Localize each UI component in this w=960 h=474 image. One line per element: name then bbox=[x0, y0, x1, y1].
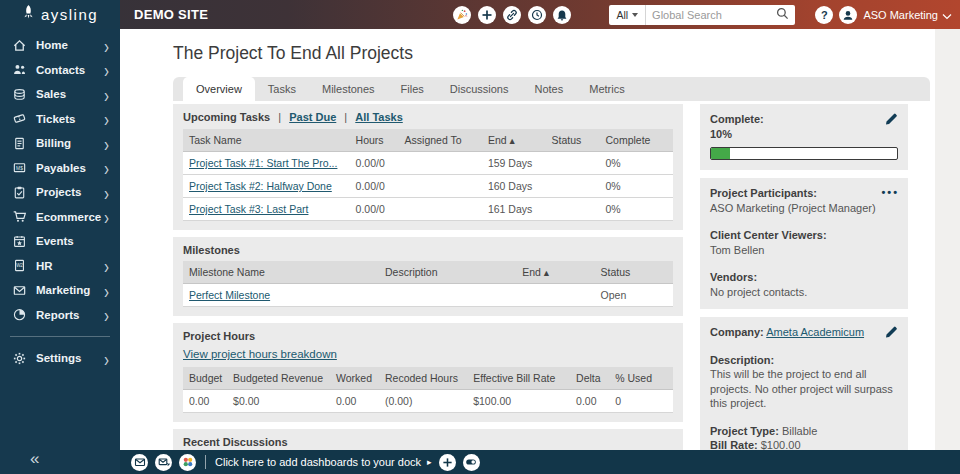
sidebar-item-label: Tickets bbox=[36, 113, 104, 125]
col-end[interactable]: End ▴ bbox=[482, 129, 546, 152]
client-viewers-label: Client Center Viewers: bbox=[710, 228, 898, 243]
col-status[interactable]: Status bbox=[595, 261, 673, 284]
task-link[interactable]: Project Task #1: Start The Pro... bbox=[189, 157, 337, 169]
arrow-right-icon: ▸ bbox=[427, 457, 432, 467]
sidebar-collapse-button[interactable]: « bbox=[30, 449, 39, 469]
sidebar-item-ecommerce[interactable]: Ecommerce › bbox=[0, 205, 120, 230]
hours-used: 0 bbox=[609, 390, 673, 413]
past-due-link[interactable]: Past Due bbox=[289, 111, 336, 123]
tab-milestones[interactable]: Milestones bbox=[309, 77, 388, 101]
task-assigned bbox=[399, 152, 482, 175]
question-mark-icon: ? bbox=[821, 9, 828, 21]
chevron-right-icon: › bbox=[104, 109, 109, 129]
col-status[interactable]: Status bbox=[546, 129, 600, 152]
sidebar-item-label: Events bbox=[36, 235, 109, 247]
search-icon[interactable] bbox=[776, 6, 789, 24]
sidebar-item-projects[interactable]: Projects › bbox=[0, 180, 120, 205]
tab-metrics[interactable]: Metrics bbox=[576, 77, 637, 101]
user-avatar[interactable] bbox=[839, 6, 857, 24]
all-tasks-link[interactable]: All Tasks bbox=[355, 111, 403, 123]
col-delta[interactable]: Delta bbox=[570, 367, 609, 390]
sidebar-item-home[interactable]: Home › bbox=[0, 33, 120, 58]
complete-label: Complete: bbox=[710, 112, 898, 127]
col-hours[interactable]: Hours bbox=[350, 129, 399, 152]
gear-icon bbox=[11, 351, 27, 366]
sidebar-item-settings[interactable]: Settings › bbox=[0, 346, 120, 371]
table-row: Project Task #2: Halfway Done 0.00/0 160… bbox=[183, 175, 673, 198]
sidebar-item-events[interactable]: Events bbox=[0, 229, 120, 254]
hours-breakdown-link[interactable]: View project hours breakdown bbox=[183, 348, 337, 360]
user-menu-label[interactable]: ASO Marketing bbox=[863, 9, 938, 21]
invoice-icon bbox=[11, 136, 27, 151]
dock-hint-text[interactable]: Click here to add dashboards to your doc… bbox=[215, 456, 421, 468]
recent-history-button[interactable] bbox=[528, 6, 546, 24]
dock-campaign-button[interactable] bbox=[155, 454, 172, 471]
pencil-icon bbox=[885, 115, 899, 127]
add-dashboard-button[interactable] bbox=[439, 454, 456, 471]
sidebar-item-marketing[interactable]: Marketing › bbox=[0, 278, 120, 303]
dock-toggle-button[interactable] bbox=[463, 454, 480, 471]
task-status bbox=[546, 175, 600, 198]
tab-discussions[interactable]: Discussions bbox=[437, 77, 522, 101]
notifications-button[interactable] bbox=[553, 6, 571, 24]
edit-completion-button[interactable] bbox=[885, 111, 899, 129]
svg-text:M$: M$ bbox=[16, 166, 23, 171]
col-end[interactable]: End ▴ bbox=[516, 261, 594, 284]
sidebar-item-payables[interactable]: M$ Payables › bbox=[0, 156, 120, 181]
company-link[interactable]: Ameta Academicum bbox=[766, 326, 864, 338]
col-recoded-hours[interactable]: Recoded Hours bbox=[379, 367, 467, 390]
task-end: 161 Days bbox=[482, 198, 546, 221]
task-link[interactable]: Project Task #2: Halfway Done bbox=[189, 180, 332, 192]
whats-new-button[interactable] bbox=[453, 6, 471, 24]
tab-tasks[interactable]: Tasks bbox=[255, 77, 309, 101]
svg-text:W2: W2 bbox=[16, 263, 23, 268]
edit-details-button[interactable] bbox=[885, 324, 899, 342]
task-link[interactable]: Project Task #3: Last Part bbox=[189, 203, 308, 215]
col-effective-bill-rate[interactable]: Effective Bill Rate bbox=[467, 367, 570, 390]
sidebar-item-sales[interactable]: Sales › bbox=[0, 82, 120, 107]
main-content: The Project To End All Projects Overview… bbox=[120, 29, 960, 450]
col-budget[interactable]: Budget bbox=[183, 367, 227, 390]
col-budgeted-revenue[interactable]: Budgeted Revenue bbox=[227, 367, 330, 390]
col-complete[interactable]: Complete bbox=[599, 129, 673, 152]
app-logo[interactable]: aysling bbox=[0, 0, 120, 29]
search-scope-select[interactable]: All bbox=[609, 5, 646, 25]
envelope-icon bbox=[11, 283, 27, 298]
sidebar-item-tickets[interactable]: Tickets › bbox=[0, 107, 120, 132]
sidebar-item-label: Reports bbox=[36, 309, 104, 321]
chevron-right-icon: › bbox=[104, 256, 109, 276]
sidebar-item-billing[interactable]: Billing › bbox=[0, 131, 120, 156]
user-menu-chevron-icon[interactable] bbox=[942, 6, 952, 24]
sidebar-item-contacts[interactable]: Contacts › bbox=[0, 58, 120, 83]
add-new-button[interactable] bbox=[478, 6, 496, 24]
col-assigned-to[interactable]: Assigned To bbox=[399, 129, 482, 152]
tab-overview[interactable]: Overview bbox=[183, 77, 255, 101]
page-title: The Project To End All Projects bbox=[173, 43, 960, 64]
global-search-input[interactable] bbox=[646, 9, 776, 21]
tab-files[interactable]: Files bbox=[388, 77, 437, 101]
upcoming-tasks-title: Upcoming Tasks bbox=[183, 111, 270, 123]
project-tabs: Overview Tasks Milestones Files Discussi… bbox=[173, 77, 930, 101]
col-description[interactable]: Description bbox=[379, 261, 516, 284]
help-button[interactable]: ? bbox=[815, 6, 833, 24]
task-status bbox=[546, 198, 600, 221]
col-pct-used[interactable]: % Used bbox=[609, 367, 673, 390]
milestone-link[interactable]: Perfect Milestone bbox=[189, 289, 270, 301]
tab-notes[interactable]: Notes bbox=[521, 77, 576, 101]
col-worked[interactable]: Worked bbox=[330, 367, 379, 390]
col-task-name[interactable]: Task Name bbox=[183, 129, 350, 152]
more-options-icon[interactable]: ••• bbox=[881, 185, 899, 200]
client-viewers-value: Tom Bellen bbox=[710, 243, 898, 258]
dock-community-button[interactable] bbox=[179, 454, 196, 471]
dock-mail-button[interactable] bbox=[131, 454, 148, 471]
quick-links-button[interactable] bbox=[503, 6, 521, 24]
sidebar-item-hr[interactable]: W2 HR › bbox=[0, 254, 120, 279]
sidebar-item-reports[interactable]: Reports › bbox=[0, 303, 120, 328]
col-milestone-name[interactable]: Milestone Name bbox=[183, 261, 379, 284]
vendors-label: Vendors: bbox=[710, 270, 898, 285]
sidebar-item-label: HR bbox=[36, 260, 104, 272]
plus-icon bbox=[442, 457, 453, 468]
project-hours-card: Project Hours View project hours breakdo… bbox=[173, 323, 683, 422]
chevron-right-icon: › bbox=[104, 182, 109, 202]
upcoming-tasks-table: Task Name Hours Assigned To End ▴ Status… bbox=[183, 129, 673, 221]
